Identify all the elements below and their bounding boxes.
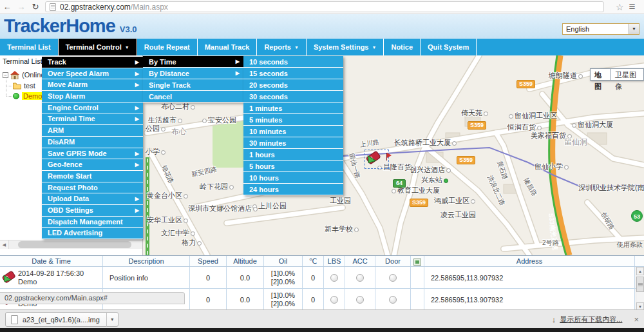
menu-item-30-minutes[interactable]: 30 minutes <box>243 137 343 149</box>
poi-dot-icon <box>161 150 166 155</box>
menu-item-cancel[interactable]: Cancel <box>143 91 243 103</box>
poi-dot-icon <box>509 114 513 119</box>
forward-icon[interactable]: → <box>14 2 28 12</box>
scroll-up-icon[interactable]: ▲ <box>636 267 644 275</box>
menu-item-terminal-time[interactable]: Terminal Time▶ <box>42 113 143 125</box>
poi-dot-icon <box>572 123 576 128</box>
map-label: 公园 <box>146 124 167 133</box>
menu-item-over-speed-alarm[interactable]: Over Speed Alarm▶ <box>42 68 143 80</box>
close-download-shelf-icon[interactable]: × <box>634 315 639 324</box>
main-menubar: Terminal ListTerminal Control▼Route Repe… <box>0 39 644 55</box>
row-description: Position info <box>103 267 190 288</box>
language-select[interactable]: English ▼ <box>562 23 639 35</box>
scroll-left-icon[interactable]: ◀ <box>0 240 9 249</box>
menu-item-10-minutes[interactable]: 10 minutes <box>243 126 343 137</box>
poi-dot-icon <box>392 189 396 193</box>
menu-item-10-hours[interactable]: 10 hours <box>243 172 343 184</box>
menu-item-move-alarm[interactable]: Move Alarm▶ <box>42 79 143 91</box>
map-label: 新丰学校 <box>325 224 360 234</box>
menubar-item-notice[interactable]: Notice <box>384 39 421 55</box>
sidebar-horizontal-scrollbar[interactable]: ◀ <box>0 240 143 249</box>
tree-node-test[interactable]: test <box>13 81 35 91</box>
address-bar[interactable]: 02.gpstrackerxy.com/Main.aspx <box>45 1 604 12</box>
by-time-submenu: 10 seconds15 seconds20 seconds30 seconds… <box>243 56 343 195</box>
grid-select-icon[interactable] <box>413 259 421 266</box>
tree-node-demo[interactable]: Demo( <box>13 91 46 101</box>
menu-item-by-distance[interactable]: By Distance▶ <box>143 68 243 79</box>
menu-item-obd-settings[interactable]: OBD Settings▶ <box>42 205 143 217</box>
map-terms-link[interactable]: 使用条款 <box>617 240 643 249</box>
menu-item-upload-data[interactable]: Upload Data▶ <box>42 193 143 205</box>
menu-item-1-minutes[interactable]: 1 minutes <box>243 103 343 114</box>
map-label: 兴东站 <box>421 175 450 185</box>
tree-expander-icon[interactable]: − <box>3 72 8 78</box>
sidebar-title: Terminal List <box>3 57 43 65</box>
menu-item-by-time[interactable]: By Time▶ <box>143 56 243 68</box>
menu-item-20-seconds[interactable]: 20 seconds <box>243 79 343 91</box>
menu-item-10-seconds[interactable]: 10 seconds <box>243 56 343 68</box>
bookmark-star-icon[interactable]: ☆ <box>616 2 624 12</box>
menu-item-save-gprs-mode[interactable]: Save GPRS Mode▶ <box>42 148 143 160</box>
menu-item-stop-alarm[interactable]: Stop Alarm <box>42 91 143 103</box>
poi-dot-icon <box>197 241 202 246</box>
menubar-item-quit-system[interactable]: Quit System <box>421 39 477 55</box>
map-label: 长筑路桥工业大厦 <box>394 138 458 148</box>
vehicle-marker[interactable] <box>365 150 389 169</box>
table-vertical-scrollbar[interactable]: ▲ ▼ <box>636 267 644 311</box>
back-icon[interactable]: ← <box>0 2 14 12</box>
download-item-caret-icon[interactable]: ▾ <box>106 312 118 327</box>
column-header-item: ℃ <box>303 256 324 266</box>
marker-flag-icon <box>386 153 387 161</box>
menubar-item-reports[interactable]: Reports▼ <box>257 39 307 55</box>
map-label: 留仙洞 <box>564 137 587 148</box>
column-header-speed: Speed <box>190 256 227 266</box>
show-all-downloads-link[interactable]: 显示所有下载内容... <box>560 315 622 324</box>
table-row[interactable]: 2014-09-28 17:56:30DemoPosition info00.0… <box>0 267 644 289</box>
menubar-item-manual-track[interactable]: Manual Track <box>198 39 258 55</box>
row-altitude: 0.0 <box>227 267 264 288</box>
tree-connector <box>6 96 12 97</box>
scrollbar-thumb[interactable] <box>18 241 131 248</box>
menu-item-geo-fence[interactable]: Geo-fence▶ <box>42 159 143 171</box>
poi-dot-icon <box>578 74 583 79</box>
menu-item-track[interactable]: Track▶ <box>42 57 143 68</box>
map-label: 凌云工业园 <box>440 210 476 220</box>
select-arrow-icon[interactable]: ▼ <box>629 24 639 34</box>
row-door-cell <box>375 267 411 288</box>
row-datetime-and-name: 2014-09-28 17:56:30Demo <box>18 269 84 286</box>
menu-item-arm[interactable]: ARM <box>42 125 143 137</box>
menu-item-15-seconds[interactable]: 15 seconds <box>243 68 343 79</box>
table-header-row: Date & TimeDescriptionSpeedAltitudeOil℃L… <box>0 256 644 267</box>
menu-item-single-track[interactable]: Single Track <box>143 79 243 91</box>
map-label: 2号路 <box>542 239 559 248</box>
browser-menu-icon[interactable]: ≡ <box>629 4 636 10</box>
menu-item-disarm[interactable]: DisARM <box>42 137 143 148</box>
menu-item-led-advertising[interactable]: LED Advertising <box>42 228 143 239</box>
menu-item-request-photo[interactable]: Request Photo <box>42 182 143 194</box>
submenu-arrow-icon: ▶ <box>135 159 139 171</box>
refresh-icon[interactable]: ↻ <box>28 2 43 12</box>
submenu-arrow-icon: ▶ <box>135 113 139 125</box>
menu-item-dispatch-management[interactable]: Dispatch Management <box>42 217 143 228</box>
menu-item-remote-start[interactable]: Remote Start <box>42 171 143 182</box>
poi-dot-icon <box>253 207 258 211</box>
menu-item-1-hours[interactable]: 1 hours <box>243 149 343 161</box>
download-item[interactable]: a23_(et_q8v1.6)(a....img ▾ <box>5 312 118 327</box>
map-label: 塘朗隧道 <box>549 71 584 81</box>
menu-item-5-minutes[interactable]: 5 minutes <box>243 114 343 126</box>
menu-item-5-hours[interactable]: 5 hours <box>243 161 343 172</box>
menubar-item-system-settings[interactable]: System Settings▼ <box>307 39 384 55</box>
acc-indicator-icon <box>356 274 364 282</box>
menu-item-24-hours[interactable]: 24 hours <box>243 184 343 195</box>
menubar-item-route-repeat[interactable]: Route Repeat <box>137 39 198 55</box>
menubar-item-terminal-list[interactable]: Terminal List <box>0 39 59 55</box>
menu-item-engine-control[interactable]: Engine Control▶ <box>42 103 143 114</box>
satellite-mode-button[interactable]: 卫星图像 <box>611 68 644 81</box>
menu-item-30-seconds[interactable]: 30 seconds <box>243 91 343 103</box>
road-badge: 64 <box>393 179 406 188</box>
map-label: 创兴达酒店 <box>410 165 452 175</box>
map-mode-button[interactable]: 地图 <box>590 68 611 81</box>
menubar-item-terminal-control[interactable]: Terminal Control▼ <box>59 39 137 55</box>
scrollbar-thumb[interactable] <box>636 277 644 292</box>
column-header-acc: ACC <box>345 256 375 266</box>
